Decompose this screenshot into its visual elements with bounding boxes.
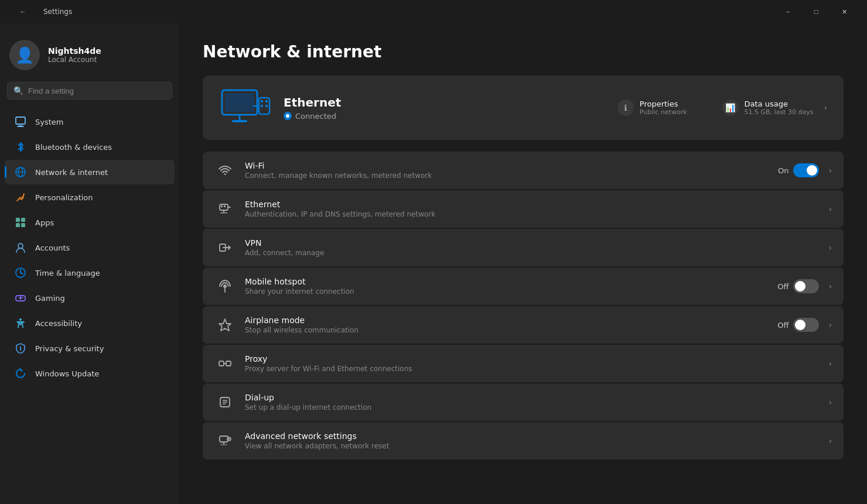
svg-rect-8 [16,223,20,227]
user-account-type: Local Account [48,56,101,64]
advanced-desc: View all network adapters, network reset [245,442,814,450]
proxy-desc: Proxy server for Wi-Fi and Ethernet conn… [245,365,814,373]
properties-link[interactable]: ℹ Properties Public network [617,100,687,116]
ethernet-text: Ethernet Authentication, IP and DNS sett… [245,200,814,218]
svg-rect-26 [259,98,269,114]
vpn-chevron-right-icon: › [828,243,832,252]
titlebar-title: Settings [43,8,72,16]
airplane-desc: Stop all wireless communication [245,326,768,334]
sidebar-item-personalization[interactable]: Personalization [5,185,175,210]
data-usage-link[interactable]: 📊 Data usage 51.5 GB, last 30 days › [722,100,827,116]
accessibility-nav-label: Accessibility [35,319,82,328]
wifi-toggle-thumb [807,165,817,176]
settings-item-ethernet[interactable]: Ethernet Authentication, IP and DNS sett… [203,190,844,228]
page-title: Network & internet [203,42,844,61]
close-button[interactable]: ✕ [831,0,858,23]
ethernet-info: Ethernet Connected [284,95,606,121]
svg-rect-30 [265,105,268,107]
data-usage-info: Data usage 51.5 GB, last 30 days [745,100,814,116]
wifi-toggle-label: On [778,166,789,175]
settings-item-hotspot[interactable]: Mobile hotspot Share your internet conne… [203,268,844,305]
svg-rect-54 [220,444,227,445]
search-input[interactable] [28,87,166,95]
svg-rect-43 [226,361,231,366]
settings-item-airplane[interactable]: Airplane mode Stop all wireless communic… [203,306,844,344]
accounts-nav-icon [14,241,27,254]
sidebar-item-apps[interactable]: Apps [5,210,175,235]
airplane-toggle[interactable] [793,318,819,332]
advanced-text: Advanced network settings View all netwo… [245,431,814,450]
svg-rect-42 [219,361,224,366]
sidebar-item-privacy[interactable]: Privacy & security [5,336,175,361]
vpn-desc: Add, connect, manage [245,249,814,257]
gaming-nav-label: Gaming [35,294,65,303]
ethernet-name: Ethernet [284,95,606,109]
data-usage-chevron-right-icon: › [824,103,827,112]
svg-rect-23 [225,93,254,112]
hotspot-toggle[interactable] [793,279,819,293]
settings-item-advanced[interactable]: Advanced network settings View all netwo… [203,422,844,460]
settings-item-vpn[interactable]: VPN Add, connect, manage › [203,229,844,266]
sidebar-item-time[interactable]: Time & language [5,260,175,285]
settings-item-wifi[interactable]: Wi-Fi Connect, manage known networks, me… [203,152,844,189]
wifi-chevron-right-icon: › [828,166,832,175]
ethernet-status: Connected [284,112,606,121]
hotspot-chevron-right-icon: › [828,282,832,291]
back-button[interactable]: ← [9,0,36,23]
update-nav-label: Windows Update [35,369,99,378]
sidebar-item-accessibility[interactable]: Accessibility [5,311,175,335]
time-nav-label: Time & language [35,269,100,277]
hotspot-toggle-thumb [795,281,805,292]
svg-line-13 [21,273,23,274]
svg-rect-35 [224,205,226,207]
airplane-label: Airplane mode [245,316,768,325]
dialup-desc: Set up a dial-up internet connection [245,403,814,412]
apps-nav-icon [14,216,27,229]
sidebar-item-gaming[interactable]: Gaming [5,286,175,310]
airplane-text: Airplane mode Stop all wireless communic… [245,316,768,334]
system-nav-label: System [35,118,63,126]
ethernet-icon-svg [219,87,272,128]
app-container: 👤 Nightsh4de Local Account 🔍 System Blue… [0,23,867,504]
svg-rect-33 [220,204,228,210]
apps-nav-label: Apps [35,218,54,227]
proxy-chevron-right-icon: › [828,359,832,368]
wifi-toggle[interactable] [793,163,819,177]
sidebar-nav: System Bluetooth & devices Network & int… [0,109,179,386]
accounts-nav-label: Accounts [35,244,70,252]
sidebar-item-accounts[interactable]: Accounts [5,235,175,260]
svg-rect-9 [21,223,25,227]
data-usage-label: Data usage [745,100,814,108]
maximize-button[interactable]: □ [803,0,830,23]
user-section: 👤 Nightsh4de Local Account [0,33,179,82]
svg-rect-28 [265,100,268,102]
sidebar-item-update[interactable]: Windows Update [5,361,175,386]
properties-icon: ℹ [617,100,634,116]
minimize-button[interactable]: − [774,0,801,23]
dialup-icon [214,392,235,413]
advanced-icon [214,430,235,451]
titlebar-controls: − □ ✕ [774,0,858,23]
airplane-icon [214,314,235,335]
ethernet-graphic [219,87,272,128]
search-box[interactable]: 🔍 [7,82,172,100]
vpn-icon [214,237,235,258]
sidebar-item-bluetooth[interactable]: Bluetooth & devices [5,135,175,159]
hotspot-text: Mobile hotspot Share your internet conne… [245,277,768,296]
svg-rect-27 [261,100,263,102]
main-content: Network & internet [179,23,867,504]
update-nav-icon [14,367,27,380]
sidebar-item-network[interactable]: Network & internet [5,160,175,184]
bluetooth-nav-icon [14,140,27,153]
vpn-label: VPN [245,238,814,248]
advanced-chevron-right-icon: › [828,436,832,445]
privacy-nav-icon [14,342,27,355]
sidebar-item-system[interactable]: System [5,109,175,134]
airplane-right: Off › [777,318,832,332]
settings-item-proxy[interactable]: Proxy Proxy server for Wi-Fi and Etherne… [203,345,844,382]
settings-item-dialup[interactable]: Dial-up Set up a dial-up internet connec… [203,383,844,421]
connected-indicator [284,112,292,120]
svg-rect-0 [16,117,25,124]
svg-rect-25 [232,120,247,122]
privacy-nav-label: Privacy & security [35,344,104,353]
